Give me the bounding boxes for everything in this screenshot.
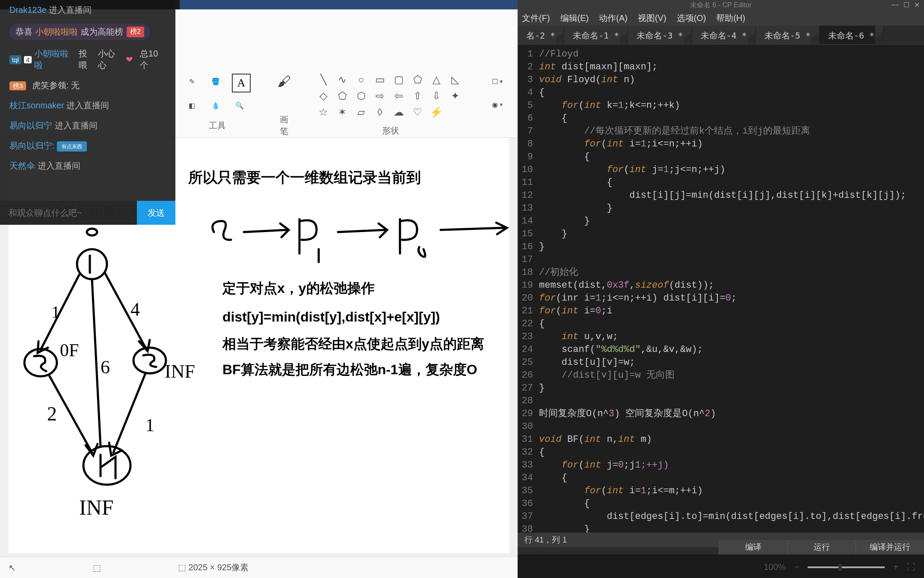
fullscreen-icon[interactable]: ⛶: [907, 562, 915, 572]
rtriangle-shape-icon[interactable]: ◺: [449, 74, 461, 86]
code-area[interactable]: 1//Floyd2int dist[maxn][maxn];3void Floy…: [518, 45, 924, 533]
arrow-u-shape-icon[interactable]: ⇧: [412, 90, 424, 102]
menu-item[interactable]: 帮助(H): [716, 12, 745, 24]
chat-username: 易向以归宁:: [9, 141, 55, 150]
editor-tab[interactable]: 未命名-4 *: [692, 26, 756, 44]
zoom-slider[interactable]: [808, 566, 885, 568]
lightning-shape-icon[interactable]: ⚡: [430, 106, 442, 118]
hexagon-shape-icon[interactable]: ⬡: [355, 90, 367, 102]
eraser-tool-icon[interactable]: ◧: [184, 98, 199, 113]
line-number: 38: [518, 523, 539, 533]
chat-message: 天然伞 进入直播间: [0, 156, 175, 176]
relax-op-title: 定于对点x，y的松弛操作: [222, 279, 375, 298]
callout-shape-icon[interactable]: ▱: [355, 106, 367, 118]
line-number: 3: [518, 74, 539, 86]
editor-tab[interactable]: 未命名-1 *: [564, 26, 628, 44]
congrats-post: 成为高能榜: [80, 26, 123, 38]
handwriting-flow-ink: [205, 206, 513, 266]
menu-item[interactable]: 视图(V): [638, 12, 666, 24]
arrow-d-shape-icon[interactable]: ⇩: [430, 90, 442, 102]
editor-status-bar: 行 41，列 1 编译 运行 编译并运行: [518, 533, 924, 547]
zoom-slider-thumb[interactable]: [838, 564, 842, 571]
text-tool[interactable]: A: [232, 74, 251, 92]
brush-icon[interactable]: 🖌: [276, 74, 292, 89]
callout3-shape-icon[interactable]: ☁: [393, 106, 405, 118]
menu-item[interactable]: 动作(A): [599, 12, 628, 24]
pentagon-shape-icon[interactable]: ⬠: [336, 90, 348, 102]
compile-run-button[interactable]: 编译并运行: [856, 540, 924, 554]
line-content: {: [539, 151, 924, 164]
code-line: 1//Floyd: [518, 48, 924, 61]
line-number: 1: [518, 48, 539, 61]
diamond-shape-icon[interactable]: ◇: [317, 90, 329, 102]
chat-input[interactable]: [0, 201, 137, 225]
line-content: {: [539, 446, 924, 459]
editor-tab[interactable]: 未命名-6 *: [820, 26, 883, 44]
compile-button[interactable]: 编译: [719, 540, 787, 554]
send-button[interactable]: 发送: [137, 201, 175, 225]
close-icon[interactable]: ✕: [914, 1, 920, 9]
line-number: 37: [518, 510, 539, 523]
roundrect-shape-icon[interactable]: ▢: [393, 74, 405, 86]
code-editor-window: 未命名 6 - CP Editor — ☐ ✕ 文件(F)编辑(E)动作(A)视…: [518, 0, 924, 554]
line-number: 29: [518, 408, 539, 420]
chat-text: 进入直播间: [55, 121, 98, 130]
code-line: 19memset(dist,0x3f,sizeof(dist));: [518, 279, 924, 292]
code-line: 10 for(int j=1;j<=n;++j): [518, 164, 924, 176]
svg-text:INF: INF: [165, 361, 195, 382]
chat-text: 进入直播间: [38, 161, 80, 170]
line-content: for(int j=0;j1;++j): [539, 459, 924, 472]
line-number: 35: [518, 485, 539, 498]
heart-shape-icon[interactable]: ♡: [412, 106, 424, 118]
line-number: 12: [518, 189, 539, 202]
whiteboard-status-bar: ↖ ⬚ ⬚ 2025 × 925像素: [0, 557, 518, 578]
code-line: 21for(int i=0;i: [518, 305, 924, 318]
arrow-r-shape-icon[interactable]: ⇨: [374, 90, 386, 102]
editor-tab[interactable]: 未命名-5 *: [756, 26, 820, 44]
line-content: [539, 253, 924, 266]
line-shape-icon[interactable]: ╲: [317, 74, 329, 86]
cursor-tool-icon[interactable]: ↖: [9, 563, 16, 573]
line-number: 22: [518, 318, 539, 331]
editor-tab[interactable]: 未命名-3 *: [628, 26, 692, 44]
curve-shape-icon[interactable]: ∿: [336, 74, 348, 86]
line-number: 17: [518, 253, 539, 266]
star5-shape-icon[interactable]: ☆: [317, 106, 329, 118]
picker-tool-icon[interactable]: 💧: [208, 98, 223, 113]
chat-gift-row: tql 4 小朝啦啦啦 投喂 小心心 ❤ 总10个: [0, 44, 175, 75]
editor-tab[interactable]: 名-2 *: [518, 26, 564, 44]
star4-shape-icon[interactable]: ✦: [449, 90, 461, 102]
outline-dropdown[interactable]: ☐▾: [489, 74, 505, 89]
magnifier-tool-icon[interactable]: 🔍: [232, 98, 247, 113]
star6-shape-icon[interactable]: ✶: [336, 106, 348, 118]
level-badge: 4: [24, 56, 32, 63]
triangle-shape-icon[interactable]: △: [430, 74, 442, 86]
line-number: 4: [518, 86, 539, 99]
line-content: for(int j=1;j<=n;++j): [539, 164, 924, 176]
menu-item[interactable]: 选项(O): [677, 12, 706, 24]
rank-badge: 榜2: [127, 27, 144, 37]
line-content: {: [539, 498, 924, 510]
fill-dropdown[interactable]: ◉▾: [489, 97, 505, 112]
bucket-tool-icon[interactable]: 🪣: [208, 74, 223, 89]
rect-shape-icon[interactable]: ▭: [374, 74, 386, 86]
pencil-tool-icon[interactable]: ✎: [184, 74, 199, 89]
polygon-shape-icon[interactable]: ⬠: [412, 74, 424, 86]
selection-tool-icon[interactable]: ⬚: [93, 563, 101, 573]
zoom-in-button[interactable]: +: [893, 562, 898, 572]
minimize-icon[interactable]: —: [891, 1, 898, 9]
run-button[interactable]: 运行: [787, 540, 856, 554]
desktop-taskbar-fragment: [180, 0, 518, 9]
code-line: 35 for(int i=1;i<=m;++i): [518, 485, 924, 498]
menu-item[interactable]: 编辑(E): [560, 12, 589, 24]
maximize-icon[interactable]: ☐: [903, 1, 909, 9]
oval-shape-icon[interactable]: ○: [355, 74, 367, 86]
arrow-l-shape-icon[interactable]: ⇦: [393, 90, 405, 102]
line-number: 25: [518, 356, 539, 369]
relax-desc2: BF算法就是把所有边松弛n-1遍，复杂度O: [222, 361, 477, 379]
line-content: dist[edges[i].to]=min(dist[edges[i].to],…: [539, 510, 924, 523]
menu-item[interactable]: 文件(F): [522, 12, 550, 24]
code-line: 2int dist[maxn][maxn];: [518, 61, 924, 74]
zoom-out-button[interactable]: −: [794, 562, 800, 572]
callout2-shape-icon[interactable]: ◊: [374, 106, 386, 118]
